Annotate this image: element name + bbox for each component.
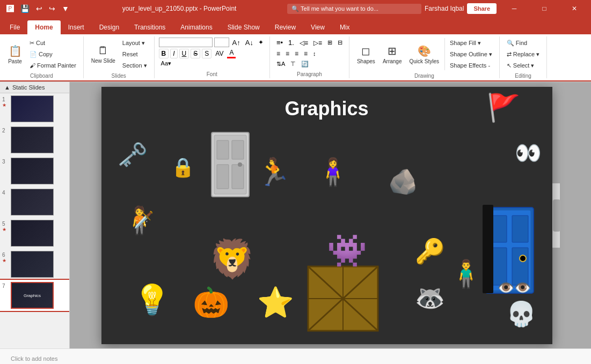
shapes-button[interactable]: ◻ Shapes [354,38,378,70]
blue-door [483,205,536,298]
strikethrough-button[interactable]: S [191,49,200,58]
columns-button[interactable]: ⊟ [335,38,345,47]
slides-label: Slides [112,71,126,79]
tab-design[interactable]: Design [92,20,127,34]
user-area: 🔍 Tell me what you want to do... Farshad… [287,3,497,14]
search-tell-me[interactable]: 🔍 Tell me what you want to do... [287,4,421,14]
align-center[interactable]: ≡ [283,49,291,58]
slide-item-4[interactable]: 4 ★ [0,187,69,218]
find-button[interactable]: 🔍 Find [504,38,542,48]
canvas-area[interactable]: Graphics 🚩 🗝️ 🔒 [70,82,591,348]
italic-button[interactable]: I [170,49,177,58]
cut-button[interactable]: ✂ Cut [27,38,79,48]
align-right[interactable]: ≡ [293,49,301,58]
customize-btn[interactable]: ▼ [60,3,71,14]
close-btn[interactable]: ✕ [562,0,587,17]
tab-home[interactable]: Home [27,20,60,34]
font-color-button[interactable]: A [227,48,236,58]
font-size-decrease[interactable]: A↓ [244,38,255,47]
slide-item-6[interactable]: 6 ★ [0,249,69,280]
clear-formatting[interactable]: ✦ [257,38,265,47]
section-button[interactable]: Section ▾ [120,60,150,71]
arrange-button[interactable]: ⊞ Arrange [380,38,405,70]
font-name-input[interactable] [159,38,213,47]
align-text[interactable]: ⊤ [288,60,298,69]
editing-controls: 🔍 Find ⇄ Replace ▾ ↖ Select ▾ [504,38,542,71]
svg-point-6 [238,162,242,167]
slide-item-1[interactable]: 1 ★ [0,93,69,124]
line-spacing[interactable]: ↕ [311,49,318,58]
tab-animations[interactable]: Animations [173,20,220,34]
save-btn[interactable]: 💾 [18,3,32,14]
new-slide-button[interactable]: 🗒 New Slide [88,38,119,70]
shape-fill-button[interactable]: Shape Fill ▾ [447,38,495,48]
numbering-button[interactable]: 1. [286,38,296,48]
svg-rect-14 [491,216,507,242]
slide-item-2[interactable]: 2 ★ [0,124,69,155]
share-button[interactable]: Share [467,3,497,14]
tab-view[interactable]: View [303,20,332,34]
font-style-btn[interactable]: Aa▾ [159,60,173,68]
new-slide-icon: 🗒 [98,44,108,57]
slide-num-3: 3 ★ [2,158,9,170]
copy-button[interactable]: 📄 Copy [27,49,79,60]
font-size-increase[interactable]: A↑ [231,38,242,47]
increase-indent[interactable]: ▷≡ [311,38,324,48]
shape-effects-button[interactable]: Shape Effects - [447,60,495,71]
group-paragraph: ≡• 1. ◁≡ ▷≡ ⊞ ⊟ ≡ ≡ ≡ ≡ ↕ ⇅A ⊤ 🔄 [270,36,349,78]
tab-mix[interactable]: Mix [332,20,357,34]
canvas-scrollbar[interactable] [552,183,560,248]
bullets-button[interactable]: ≡• [274,38,285,48]
paste-button[interactable]: 📋 Paste [4,38,26,70]
text-direction[interactable]: ⇅A [274,60,287,69]
char-spacing-button[interactable]: AV [213,49,225,58]
reset-button[interactable]: Reset [120,49,150,60]
slides-buttons: 🗒 New Slide Layout ▾ Reset Section ▾ [88,38,150,71]
minimize-btn[interactable]: ─ [502,0,527,17]
font-size-input[interactable] [214,38,229,47]
shape-options-col: Shape Fill ▾ Shape Outline ▾ Shape Effec… [447,38,495,71]
shadow-button[interactable]: S [202,49,211,58]
group-clipboard: 📋 Paste ✂ Cut 📄 Copy 🖌 Format Painter Cl… [0,36,84,78]
svg-rect-13 [488,210,531,291]
bold-button[interactable]: B [159,49,169,58]
slide-item-7[interactable]: 7 ★ Graphics [0,280,69,311]
quick-styles-icon: 🎨 [418,44,431,57]
redo-btn[interactable]: ↪ [47,3,57,14]
shape-outline-button[interactable]: Shape Outline ▾ [447,49,495,60]
scrollbar-thumb[interactable] [553,199,560,232]
person-running-1: 🏃 [257,157,290,188]
slide-thumb-6 [11,251,54,278]
layout-button[interactable]: Layout ▾ [120,38,150,48]
title-bar-left: 🅿 💾 ↩ ↪ ▼ [4,3,71,14]
collapse-icon[interactable]: ▲ [4,84,10,91]
slide-item-5[interactable]: 5 ★ [0,218,69,249]
align-left[interactable]: ≡ [274,49,282,58]
undo-btn[interactable]: ↩ [34,3,45,14]
rock: 🪨 [388,167,418,196]
golden-key-2: 🔑 [415,237,445,265]
replace-button[interactable]: ⇄ Replace ▾ [504,49,542,60]
tab-insert[interactable]: Insert [61,20,92,34]
svg-rect-7 [308,266,378,331]
justify[interactable]: ≡ [302,49,310,58]
maximize-btn[interactable]: □ [532,0,557,17]
tab-slideshow[interactable]: Slide Show [220,20,267,34]
tab-transitions[interactable]: Transitions [127,20,173,34]
paragraph-row2: ≡ ≡ ≡ ≡ ↕ [274,49,318,58]
underline-button[interactable]: U [179,49,189,58]
ribbon-content: 📋 Paste ✂ Cut 📄 Copy 🖌 Format Painter Cl… [0,34,591,81]
tab-review[interactable]: Review [267,20,303,34]
svg-rect-12 [485,207,534,293]
tab-file[interactable]: File [2,20,27,34]
select-button[interactable]: ↖ Select ▾ [504,60,542,71]
notes-bar: Click to add notes [0,348,591,364]
padlock: 🔒 [171,157,195,179]
quick-styles-button[interactable]: 🎨 Quick Styles [406,38,442,70]
font-row1: A↑ A↓ ✦ [159,38,265,47]
decrease-indent[interactable]: ◁≡ [297,38,310,48]
format-painter-button[interactable]: 🖌 Format Painter [27,60,79,71]
slide-item-3[interactable]: 3 ★ [0,155,69,187]
convert-to-smartart[interactable]: 🔄 [299,60,311,69]
smart-art[interactable]: ⊞ [325,38,334,47]
